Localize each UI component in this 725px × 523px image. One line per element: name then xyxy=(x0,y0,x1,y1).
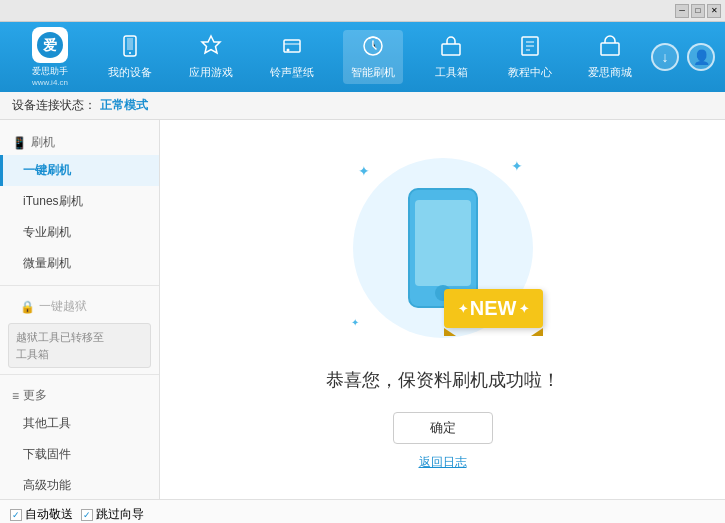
nav-bar: 我的设备 应用游戏 铃声壁纸 xyxy=(90,30,651,84)
phone-screen xyxy=(415,200,471,286)
status-label: 设备连接状态： xyxy=(12,97,96,114)
nav-shop-label: 爱思商城 xyxy=(588,65,632,80)
auto-follow-check[interactable]: ✓ 自动敬送 xyxy=(10,506,73,523)
auto-follow-checkbox[interactable]: ✓ xyxy=(10,509,22,521)
badge-ribbon-right xyxy=(531,328,543,336)
auto-follow-label: 自动敬送 xyxy=(25,506,73,523)
nav-toolbox[interactable]: 工具箱 xyxy=(424,30,479,84)
minimize-button[interactable]: ─ xyxy=(675,4,689,18)
sidebar-divider-2 xyxy=(0,374,159,375)
sidebar-section-flash: 📱 刷机 xyxy=(0,128,159,155)
sparkle-bottomleft: ✦ xyxy=(351,317,359,328)
logo-icon: 爱 xyxy=(32,27,68,63)
nav-apps-label: 应用游戏 xyxy=(189,65,233,80)
nav-official-shop[interactable]: 爱思商城 xyxy=(580,30,640,84)
sparkle-topleft: ✦ xyxy=(358,163,370,179)
nav-smart-label: 智能刷机 xyxy=(351,65,395,80)
header-right: ↓ 👤 xyxy=(651,43,715,71)
logo-text: 爱思助手 xyxy=(32,65,68,78)
nav-toolbox-label: 工具箱 xyxy=(435,65,468,80)
nav-toolbox-icon xyxy=(439,34,463,63)
nav-tutorial[interactable]: 教程中心 xyxy=(500,30,560,84)
device-bottom-bar: ✓ 自动敬送 ✓ 跳过向导 📱 iPhone 12 mini 64GB Down… xyxy=(0,499,725,523)
sidebar-item-advanced[interactable]: 高级功能 xyxy=(0,470,159,499)
nav-apps-games[interactable]: 应用游戏 xyxy=(181,30,241,84)
nav-ringtones[interactable]: 铃声壁纸 xyxy=(262,30,322,84)
svg-rect-3 xyxy=(127,38,133,50)
info-line1: 越狱工具已转移至 xyxy=(16,329,143,346)
new-badge-wrapper: NEW xyxy=(444,289,543,328)
nav-apps-icon xyxy=(199,34,223,63)
title-bar: ─ □ ✕ xyxy=(0,0,725,22)
phone-illustration: ✦ ✦ ✦ NEW xyxy=(343,148,543,348)
nav-device-icon xyxy=(118,34,142,63)
user-button[interactable]: 👤 xyxy=(687,43,715,71)
svg-point-4 xyxy=(129,52,131,54)
sidebar-divider-1 xyxy=(0,285,159,286)
new-badge: NEW xyxy=(444,289,543,328)
sidebar-item-one-click[interactable]: 一键刷机 xyxy=(0,155,159,186)
skip-wizard-label: 跳过向导 xyxy=(96,506,144,523)
sidebar-section-more: ≡ 更多 xyxy=(0,381,159,408)
flash-section-title: 刷机 xyxy=(31,134,55,151)
sidebar: 📱 刷机 一键刷机 iTunes刷机 专业刷机 微量刷机 🔒 一键越狱 越狱工具… xyxy=(0,120,160,499)
sparkle-topright: ✦ xyxy=(511,158,523,174)
svg-rect-9 xyxy=(442,44,460,55)
nav-smart-shop[interactable]: 智能刷机 xyxy=(343,30,403,84)
sidebar-item-itunes[interactable]: iTunes刷机 xyxy=(0,186,159,217)
nav-device-label: 我的设备 xyxy=(108,65,152,80)
main-area: 📱 刷机 一键刷机 iTunes刷机 专业刷机 微量刷机 🔒 一键越狱 越狱工具… xyxy=(0,120,725,499)
nav-smart-icon xyxy=(361,34,385,63)
success-text: 恭喜您，保资料刷机成功啦！ xyxy=(326,368,560,392)
svg-rect-5 xyxy=(284,40,300,52)
logo[interactable]: 爱 爱思助手 www.i4.cn xyxy=(10,27,90,87)
skip-wizard-checkbox[interactable]: ✓ xyxy=(81,509,93,521)
svg-point-7 xyxy=(287,49,290,52)
svg-text:爱: 爱 xyxy=(43,37,57,53)
close-button[interactable]: ✕ xyxy=(707,4,721,18)
logo-subtext: www.i4.cn xyxy=(32,78,68,87)
nav-tutorial-label: 教程中心 xyxy=(508,65,552,80)
sidebar-lock-section: 🔒 一键越狱 xyxy=(0,292,159,319)
nav-tutorial-icon xyxy=(518,34,542,63)
status-bar: 设备连接状态： 正常模式 xyxy=(0,92,725,120)
window-controls[interactable]: ─ □ ✕ xyxy=(675,4,721,18)
sidebar-item-pro[interactable]: 专业刷机 xyxy=(0,217,159,248)
download-button[interactable]: ↓ xyxy=(651,43,679,71)
sidebar-info-box: 越狱工具已转移至 工具箱 xyxy=(8,323,151,368)
sidebar-item-wipe[interactable]: 微量刷机 xyxy=(0,248,159,279)
checkboxes-row: ✓ 自动敬送 ✓ 跳过向导 xyxy=(10,504,170,523)
status-value: 正常模式 xyxy=(100,97,148,114)
badge-ribbon-left xyxy=(444,328,456,336)
nav-my-device[interactable]: 我的设备 xyxy=(100,30,160,84)
more-section-title: 更多 xyxy=(23,387,47,404)
content-area: ✦ ✦ ✦ NEW 恭喜您，保资料刷机成功啦！ 确定 返回日志 xyxy=(160,120,725,499)
return-link[interactable]: 返回日志 xyxy=(419,454,467,471)
more-section-icon: ≡ xyxy=(12,389,19,403)
info-line2: 工具箱 xyxy=(16,346,143,363)
header: 爱 爱思助手 www.i4.cn 我的设备 应用游戏 xyxy=(0,22,725,92)
maximize-button[interactable]: □ xyxy=(691,4,705,18)
skip-wizard-check[interactable]: ✓ 跳过向导 xyxy=(81,506,144,523)
confirm-button[interactable]: 确定 xyxy=(393,412,493,444)
flash-section-icon: 📱 xyxy=(12,136,27,150)
sidebar-item-other-tools[interactable]: 其他工具 xyxy=(0,408,159,439)
nav-ringtones-icon xyxy=(280,34,304,63)
sidebar-item-download-firmware[interactable]: 下载固件 xyxy=(0,439,159,470)
svg-rect-14 xyxy=(601,43,619,55)
nav-ringtones-label: 铃声壁纸 xyxy=(270,65,314,80)
lock-label: 一键越狱 xyxy=(39,298,87,315)
bottom-left-panel: ✓ 自动敬送 ✓ 跳过向导 📱 iPhone 12 mini 64GB Down… xyxy=(10,504,170,523)
lock-icon: 🔒 xyxy=(20,300,35,314)
nav-shop-icon xyxy=(598,34,622,63)
